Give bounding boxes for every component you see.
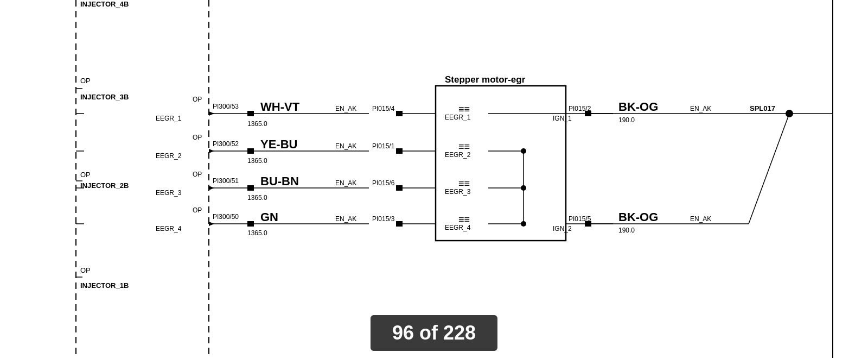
injector-3b-label: INJECTOR_3B bbox=[80, 93, 129, 101]
en-ak-eegr1-left: EN_AK bbox=[335, 105, 356, 112]
pi015-6: PI015/6 bbox=[372, 179, 395, 187]
ign1-label: IGN_1 bbox=[553, 115, 572, 122]
length-eegr4: 1365.0 bbox=[247, 229, 267, 237]
diagram-container: INJECTOR_4B OP INJECTOR_3B OP INJECTOR_2… bbox=[0, 0, 868, 358]
coil-eegr4: ≡≡ bbox=[458, 214, 470, 225]
arrow-eegr3 bbox=[209, 186, 214, 190]
en-ak-ign2: EN_AK bbox=[690, 215, 711, 223]
en-ak-eegr2-left: EN_AK bbox=[335, 142, 356, 150]
arrow-eegr1 bbox=[209, 111, 214, 116]
spl017-label: SPL017 bbox=[750, 104, 775, 112]
connector-eegr2-right bbox=[396, 148, 403, 154]
length-ign2: 190.0 bbox=[618, 227, 635, 234]
wire-label-ign2: BK-OG bbox=[618, 210, 658, 224]
injector-4b-label: INJECTOR_4B bbox=[80, 0, 129, 8]
eegr3-box-label: EEGR_3 bbox=[445, 188, 471, 196]
wire-label-eegr2: YE-BU bbox=[260, 137, 297, 151]
op-eegr1: OP bbox=[193, 96, 202, 103]
pi300-53: PI300/53 bbox=[213, 103, 239, 110]
op-eegr2: OP bbox=[193, 134, 202, 141]
eegr3-left-label: EEGR_3 bbox=[156, 189, 182, 197]
pi300-52: PI300/52 bbox=[213, 140, 239, 148]
pi015-2: PI015/2 bbox=[569, 105, 591, 112]
wiring-diagram: INJECTOR_4B OP INJECTOR_3B OP INJECTOR_2… bbox=[0, 0, 868, 358]
pi300-51: PI300/51 bbox=[213, 177, 239, 185]
connector-eegr3-right bbox=[396, 185, 403, 191]
pi015-3: PI015/3 bbox=[372, 215, 395, 223]
eegr2-left-label: EEGR_2 bbox=[156, 152, 182, 160]
eegr1-box-label: EEGR_1 bbox=[445, 114, 471, 121]
stepper-motor-label: Stepper motor-egr bbox=[445, 74, 526, 85]
connector-eegr1-right bbox=[396, 111, 403, 116]
length-ign1: 190.0 bbox=[618, 116, 635, 124]
connector-eegr2-left bbox=[247, 148, 254, 154]
svg-line-24 bbox=[749, 114, 789, 224]
eegr1-left-label: EEGR_1 bbox=[156, 115, 182, 122]
wire-label-eegr1: WH-VT bbox=[260, 100, 300, 114]
op-1b-label: OP bbox=[80, 266, 91, 274]
op-eegr4: OP bbox=[193, 206, 202, 214]
arrow-eegr4 bbox=[209, 222, 214, 226]
pi300-50: PI300/50 bbox=[213, 213, 239, 221]
length-eegr3: 1365.0 bbox=[247, 194, 267, 202]
pi015-5: PI015/5 bbox=[569, 215, 591, 223]
connector-eegr1-left bbox=[247, 111, 254, 116]
coil-eegr3: ≡≡ bbox=[458, 178, 470, 189]
injector-1b-label: INJECTOR_1B bbox=[80, 281, 129, 290]
ign2-label: IGN_2 bbox=[553, 225, 572, 233]
wire-label-eegr3: BU-BN bbox=[260, 174, 299, 188]
page-counter: 96 of 228 bbox=[371, 315, 497, 351]
coil-eegr2: ≡≡ bbox=[458, 141, 470, 152]
op-eegr3: OP bbox=[193, 171, 202, 178]
pi015-4: PI015/4 bbox=[372, 105, 395, 112]
coil-eegr1: ≡≡ bbox=[458, 104, 470, 115]
wire-label-ign1: BK-OG bbox=[618, 100, 658, 114]
op-2b-label: OP bbox=[80, 171, 91, 179]
connector-eegr4-right bbox=[396, 221, 403, 227]
eegr4-box-label: EEGR_4 bbox=[445, 224, 471, 231]
connector-eegr3-left bbox=[247, 185, 254, 191]
injector-2b-label: INJECTOR_2B bbox=[80, 181, 129, 190]
wire-label-eegr4: GN bbox=[260, 210, 278, 224]
length-eegr2: 1365.0 bbox=[247, 157, 267, 165]
en-ak-ign1: EN_AK bbox=[690, 105, 711, 112]
op-3b-label: OP bbox=[80, 77, 91, 85]
arrow-eegr2 bbox=[209, 149, 214, 153]
pi015-1: PI015/1 bbox=[372, 142, 395, 150]
junction-eegr4 bbox=[521, 221, 526, 227]
eegr2-box-label: EEGR_2 bbox=[445, 151, 471, 159]
en-ak-eegr4-left: EN_AK bbox=[335, 215, 356, 223]
stepper-motor-box bbox=[436, 86, 566, 241]
eegr4-left-label: EEGR_4 bbox=[156, 225, 182, 233]
junction-eegr3 bbox=[521, 185, 526, 191]
junction-eegr2 bbox=[521, 148, 526, 154]
en-ak-eegr3-left: EN_AK bbox=[335, 179, 356, 187]
connector-eegr4-left bbox=[247, 221, 254, 227]
length-eegr1: 1365.0 bbox=[247, 120, 267, 128]
